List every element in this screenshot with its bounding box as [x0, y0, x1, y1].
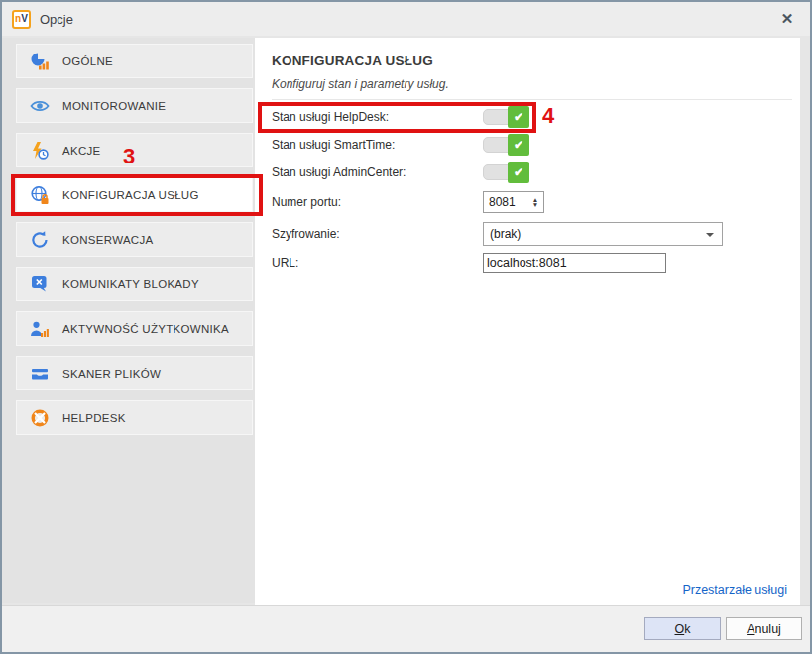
blocked-message-icon [29, 274, 51, 294]
url-row: URL: [272, 249, 788, 276]
spinner-down-icon[interactable]: ▼ [532, 202, 538, 207]
eye-icon [29, 96, 51, 116]
history-icon [29, 230, 51, 250]
sidebar-item-label: KONFIGURACJA USŁUG [62, 189, 199, 201]
smarttime-service-row: Stan usługi SmartTime: ✔ [272, 131, 788, 159]
deprecated-services-link[interactable]: Przestarzałe usługi [682, 583, 787, 597]
checkmark-icon: ✔ [508, 162, 529, 183]
chevron-down-icon [706, 233, 714, 237]
field-label: Stan usługi HelpDesk: [272, 110, 483, 124]
lightning-clock-icon [29, 141, 51, 161]
cancel-button[interactable]: Anuluj [726, 617, 802, 640]
url-input[interactable] [483, 253, 666, 273]
pie-chart-bars-icon [29, 52, 51, 71]
divider [272, 99, 792, 100]
close-icon[interactable]: ✕ [777, 9, 797, 29]
sidebar-item-ogolne[interactable]: OGÓLNE [16, 44, 253, 78]
encryption-select[interactable]: (brak) [483, 222, 723, 246]
sidebar-item-akcje[interactable]: AKCJE [16, 133, 253, 167]
title-bar: nV Opcje ✕ [2, 2, 810, 36]
sidebar-item-konserwacja[interactable]: KONSERWACJA [16, 222, 253, 257]
sidebar-item-skaner-plikow[interactable]: SKANER PLIKÓW [16, 356, 253, 390]
sidebar: OGÓLNE MONITOROWANIE AKCJE [2, 38, 255, 603]
field-label: URL: [272, 256, 483, 270]
sidebar-item-komunikaty-blokady[interactable]: KOMUNIKATY BLOKADY [16, 267, 253, 301]
admincenter-service-toggle[interactable]: ✔ [483, 162, 529, 183]
field-label: Stan usługi SmartTime: [272, 138, 483, 152]
field-label: Stan usługi AdminCenter: [272, 165, 483, 179]
dialog-footer: Ok Anuluj [2, 605, 810, 652]
sidebar-item-label: KOMUNIKATY BLOKADY [62, 278, 199, 290]
options-dialog: nV Opcje ✕ OGÓLNE MONITOROWANIE [0, 0, 812, 654]
field-label: Numer portu: [272, 195, 483, 209]
checkmark-icon: ✔ [508, 134, 529, 156]
ok-button[interactable]: Ok [644, 617, 721, 640]
smarttime-service-toggle[interactable]: ✔ [483, 134, 529, 156]
page-subtitle: Konfiguruj stan i parametry usług. [272, 77, 449, 91]
settings-panel: KONFIGURACJA USŁUG Konfiguruj stan i par… [255, 38, 800, 606]
sidebar-item-aktywnosc-uzytkownika[interactable]: AKTYWNOŚĆ UŻYTKOWNIKA [16, 311, 253, 346]
user-activity-icon [29, 319, 51, 339]
sidebar-item-label: KONSERWACJA [62, 234, 153, 246]
port-row: Numer portu: 8081 ▲ ▼ [272, 186, 788, 218]
sidebar-item-label: OGÓLNE [62, 55, 113, 67]
encryption-row: Szyfrowanie: (brak) [272, 218, 788, 249]
app-logo-icon: nV [12, 10, 31, 29]
sidebar-item-label: SKANER PLIKÓW [62, 368, 161, 380]
sidebar-item-label: HELPDESK [62, 412, 126, 424]
encryption-selected-value: (brak) [490, 227, 521, 241]
port-value: 8081 [484, 195, 527, 209]
sidebar-item-label: MONITOROWANIE [62, 100, 166, 112]
sidebar-item-konfiguracja-uslug[interactable]: KONFIGURACJA USŁUG [16, 177, 253, 212]
window-title: Opcje [40, 12, 73, 27]
field-label: Szyfrowanie: [272, 227, 483, 241]
globe-lock-icon [29, 185, 51, 205]
services-form: Stan usługi HelpDesk: ✔ Stan usługi Smar… [272, 103, 788, 276]
port-number-stepper[interactable]: 8081 ▲ ▼ [483, 191, 544, 213]
helpdesk-service-toggle[interactable]: ✔ [483, 106, 529, 128]
sidebar-item-helpdesk[interactable]: HELPDESK [16, 400, 253, 435]
sidebar-item-label: AKTYWNOŚĆ UŻYTKOWNIKA [62, 323, 229, 335]
page-title: KONFIGURACJA USŁUG [272, 54, 433, 68]
file-tray-icon [29, 364, 51, 383]
checkmark-icon: ✔ [508, 106, 529, 128]
admincenter-service-row: Stan usługi AdminCenter: ✔ [272, 159, 788, 186]
lifebuoy-icon [29, 408, 51, 428]
sidebar-item-label: AKCJE [62, 145, 101, 157]
helpdesk-service-row: Stan usługi HelpDesk: ✔ [272, 103, 788, 131]
sidebar-item-monitorowanie[interactable]: MONITOROWANIE [16, 88, 253, 123]
